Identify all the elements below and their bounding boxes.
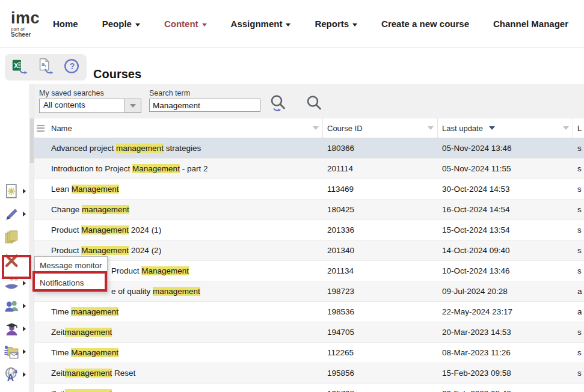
chevron-down-icon: [130, 104, 136, 108]
scrollbar-thumb[interactable]: [30, 118, 34, 163]
nav-item-channel-manager[interactable]: Channel Manager: [493, 19, 568, 29]
dropdown-arrow-button[interactable]: [124, 99, 141, 112]
table-row[interactable]: e of quality management 198723 09-Jul-20…: [34, 281, 584, 302]
text-export-button[interactable]: a,: [35, 57, 56, 78]
svg-text:★: ★: [6, 389, 16, 392]
sidebar-item-assign-key[interactable]: [3, 274, 28, 293]
excel-export-button[interactable]: X: [10, 57, 30, 78]
logo-subtext-brand: Scheer: [11, 31, 31, 38]
search-again-icon: [268, 93, 288, 116]
table-row[interactable]: Advanced project management strategies 1…: [34, 138, 584, 159]
tutor-icon: [3, 320, 20, 338]
sidebar-item-delete[interactable]: [3, 251, 28, 270]
nav-item-assignment[interactable]: Assignment: [231, 19, 291, 29]
search-term-label: Search term: [149, 89, 190, 97]
course-name: Product Management 2024 (2): [51, 246, 322, 255]
language-icon: Aa: [3, 366, 20, 384]
table-body: Advanced project management strategies 1…: [34, 138, 584, 392]
search-button[interactable]: [303, 94, 325, 115]
course-id: 198536: [322, 307, 437, 316]
participants-icon: [3, 298, 20, 315]
imc-logo[interactable]: imc part of Scheer: [11, 10, 40, 38]
table-row[interactable]: Zeitmanagement 194705 20-Mar-2023 14:53 …: [34, 322, 584, 343]
sidebar-item-rating-stars[interactable]: ★★★: [3, 387, 28, 392]
help-icon: ?: [63, 57, 81, 78]
excel-export-icon: X: [11, 57, 29, 78]
search-icon: [304, 93, 324, 116]
sidebar-item-participants[interactable]: [3, 296, 28, 316]
nav-item-content[interactable]: Content: [164, 19, 207, 29]
nav-item-reports[interactable]: Reports: [315, 19, 357, 29]
column-settings-icon[interactable]: [34, 125, 51, 132]
menu-item-message-monitor[interactable]: Message monitor: [35, 257, 107, 274]
copy-icon: [3, 229, 20, 247]
course-id: 201340: [322, 246, 437, 255]
table-row[interactable]: Product Management 2024 (2) 201340 14-Oc…: [34, 240, 584, 261]
search-term-input[interactable]: [149, 99, 260, 112]
course-id: 180366: [322, 144, 437, 153]
owner-truncated: s: [573, 164, 584, 173]
filter-caret-icon[interactable]: [563, 126, 569, 130]
table-row[interactable]: Change management 180425 16-Oct-2024 14:…: [34, 200, 584, 220]
column-header-name[interactable]: Name: [51, 118, 322, 138]
table-row[interactable]: Introduction to Project Management - par…: [34, 159, 584, 179]
course-id: 201114: [322, 164, 437, 173]
owner-truncated: s: [573, 266, 584, 275]
nav-item-create-a-new-course[interactable]: Create a new course: [381, 19, 469, 29]
column-header-last-update[interactable]: Last update: [437, 118, 573, 138]
owner-truncated: s: [573, 328, 584, 337]
course-id: 112265: [322, 348, 437, 357]
svg-text:a: a: [14, 367, 17, 373]
sidebar-item-language[interactable]: Aa: [3, 365, 28, 384]
table-row[interactable]: Zeitmanagement 195798 09-Feb-2023 08:43 …: [34, 384, 584, 392]
column-header-truncated[interactable]: L: [573, 118, 584, 138]
help-button[interactable]: ?: [61, 57, 82, 78]
main-menu: HomePeopleContentAssignmentReportsCreate…: [53, 19, 584, 29]
chevron-down-icon: [352, 23, 357, 26]
column-header-course-id[interactable]: Course ID: [322, 118, 437, 138]
owner-truncated: s: [573, 225, 584, 234]
sidebar-item-copy[interactable]: [3, 228, 28, 247]
table-row[interactable]: Zeitmanagement Reset 195856 15-Feb-2023 …: [34, 363, 584, 384]
table-row[interactable]: Time Management 112265 08-Mar-2023 11:26…: [34, 343, 584, 363]
nav-item-home[interactable]: Home: [53, 19, 78, 29]
sidebar-item-edit-pencil[interactable]: [3, 204, 28, 224]
sidebar-scrollbar[interactable]: [29, 84, 34, 392]
nav-item-people[interactable]: People: [102, 19, 140, 29]
search-again-button[interactable]: [267, 94, 289, 115]
sidebar-item-message-monitor[interactable]: [3, 342, 28, 361]
owner-truncated: s: [573, 205, 584, 214]
last-update: 14-Oct-2024 09:40: [437, 246, 573, 255]
saved-searches-dropdown[interactable]: All contents: [39, 99, 141, 113]
message-monitor-icon: [3, 343, 20, 361]
course-id: 195798: [322, 389, 437, 392]
owner-truncated: a: [573, 307, 584, 316]
text-export-icon: a,: [37, 57, 55, 78]
owner-truncated: s: [573, 246, 584, 255]
table-row[interactable]: Time management 198536 22-May-2024 23:17…: [34, 302, 584, 322]
course-id: 180425: [322, 205, 437, 214]
svg-text:?: ?: [69, 61, 75, 71]
last-update: 15-Feb-2023 09:58: [437, 369, 573, 378]
logo-text: imc: [11, 10, 40, 26]
table-row[interactable]: Product Management 201134 10-Oct-2024 13…: [34, 261, 584, 281]
table-row[interactable]: Lean Management 113469 30-Oct-2024 14:53…: [34, 179, 584, 200]
filter-caret-icon[interactable]: [428, 126, 434, 130]
course-name: Zeitmanagement: [51, 389, 322, 392]
course-name: Zeitmanagement: [51, 328, 322, 337]
sidebar-item-tutor[interactable]: [3, 319, 28, 338]
flyout-arrow-icon: [23, 349, 26, 354]
sort-desc-icon: [489, 126, 495, 130]
delete-icon: [3, 252, 20, 269]
last-update: 09-Jul-2024 20:28: [437, 287, 573, 296]
sidebar-item-document-settings[interactable]: [3, 182, 28, 201]
course-name: Lean Management: [51, 185, 322, 194]
menu-item-notifications[interactable]: Notifications: [35, 274, 107, 292]
course-name: Time Management: [51, 348, 322, 357]
owner-truncated: s: [573, 348, 584, 357]
owner-truncated: s: [573, 144, 584, 153]
table-row[interactable]: Product Management 2024 (1) 201336 15-Oc…: [34, 220, 584, 240]
owner-truncated: s: [573, 389, 584, 392]
flyout-arrow-icon: [23, 189, 26, 194]
filter-caret-icon[interactable]: [313, 126, 319, 130]
